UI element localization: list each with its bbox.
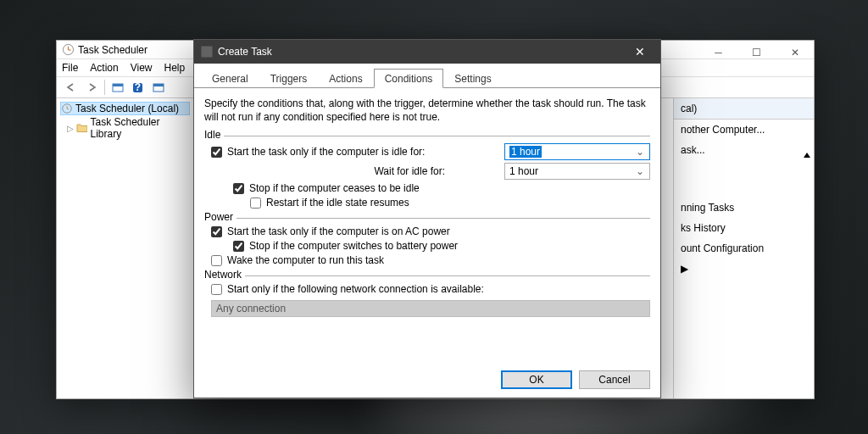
collapse-caret-icon[interactable] <box>804 153 810 158</box>
checkbox-network[interactable] <box>211 284 222 295</box>
combo-idle-duration[interactable]: 1 hour⌄ <box>504 143 650 160</box>
forward-icon[interactable] <box>82 79 101 96</box>
minimize-button[interactable]: ─ <box>699 41 737 64</box>
checkbox-idle-start[interactable] <box>211 147 222 158</box>
label-wait-idle: Wait for idle for: <box>374 165 445 177</box>
section-idle-label: Idle <box>204 129 224 141</box>
action-item[interactable]: ks History <box>674 218 814 238</box>
menu-view[interactable]: View <box>131 62 153 74</box>
svg-rect-2 <box>113 84 123 86</box>
combo-network-connection: Any connection <box>211 300 650 317</box>
tree-panel: Task Scheduler (Local) ▷ Task Scheduler … <box>57 98 194 398</box>
svg-rect-8 <box>202 47 212 57</box>
cancel-button[interactable]: Cancel <box>579 370 650 389</box>
dialog-body: Specify the conditions that, along with … <box>194 88 660 326</box>
menu-help[interactable]: Help <box>164 62 186 74</box>
tree-root[interactable]: Task Scheduler (Local) <box>60 102 190 115</box>
folder-icon <box>76 123 87 133</box>
toolbar-icon-2[interactable] <box>149 79 168 96</box>
tab-actions[interactable]: Actions <box>318 69 373 88</box>
action-item[interactable]: nother Computer... <box>674 120 814 140</box>
actions-panel: cal) nother Computer... ask... nning Tas… <box>673 98 814 398</box>
description-text: Specify the conditions that, along with … <box>204 97 650 124</box>
checkbox-on-ac[interactable] <box>211 226 222 237</box>
checkbox-restart-resumes[interactable] <box>250 198 261 209</box>
back-icon[interactable] <box>62 79 81 96</box>
dialog-close-button[interactable]: ✕ <box>626 45 654 58</box>
menu-file[interactable]: File <box>62 62 78 74</box>
actions-header: cal) <box>674 98 814 120</box>
action-item[interactable]: ount Configuration <box>674 238 814 259</box>
tab-settings[interactable]: Settings <box>443 69 502 88</box>
tree-root-label: Task Scheduler (Local) <box>75 103 179 114</box>
tab-conditions[interactable]: Conditions <box>374 69 444 88</box>
chevron-right-icon: ▶ <box>681 263 688 275</box>
label-stop-battery: Stop if the computer switches to battery… <box>249 240 458 252</box>
label-on-ac: Start the task only if the computer is o… <box>227 225 450 237</box>
label-idle-start: Start the task only if the computer is i… <box>227 146 425 158</box>
action-item-more[interactable]: ▶ <box>674 259 814 279</box>
section-network-label: Network <box>204 269 245 281</box>
clock-icon <box>61 103 73 114</box>
chevron-down-icon: ⌄ <box>636 146 644 158</box>
combo-wait-duration[interactable]: 1 hour⌄ <box>504 163 650 180</box>
label-wake: Wake the computer to run this task <box>227 254 384 266</box>
tree-child-label: Task Scheduler Library <box>90 116 190 140</box>
maximize-button[interactable]: ☐ <box>737 41 776 64</box>
tree-child[interactable]: ▷ Task Scheduler Library <box>67 115 190 141</box>
label-stop-ceases: Stop if the computer ceases to be idle <box>249 182 420 194</box>
toolbar-icon-1[interactable] <box>108 79 127 96</box>
app-icon <box>201 46 213 58</box>
checkbox-stop-battery[interactable] <box>233 241 244 252</box>
menu-action[interactable]: Action <box>90 62 118 74</box>
help-icon[interactable]: ? <box>129 79 147 96</box>
tab-triggers[interactable]: Triggers <box>259 69 319 88</box>
action-item[interactable]: ask... <box>674 140 814 160</box>
clock-icon <box>62 43 75 56</box>
dialog-titlebar[interactable]: Create Task ✕ <box>194 40 660 64</box>
window-controls: ─ ☐ ✕ <box>699 41 814 64</box>
checkbox-wake[interactable] <box>211 255 222 266</box>
action-item[interactable]: nning Tasks <box>674 198 814 218</box>
svg-text:?: ? <box>135 81 141 93</box>
label-network: Start only if the following network conn… <box>227 283 484 295</box>
close-button[interactable]: ✕ <box>776 41 814 64</box>
checkbox-stop-ceases[interactable] <box>233 183 244 194</box>
label-restart-resumes: Restart if the idle state resumes <box>266 197 409 209</box>
create-task-dialog: Create Task ✕ General Triggers Actions C… <box>193 39 661 398</box>
tab-general[interactable]: General <box>201 69 259 88</box>
svg-rect-6 <box>153 84 164 86</box>
section-power-label: Power <box>204 211 236 223</box>
chevron-down-icon: ⌄ <box>636 165 644 177</box>
tab-strip: General Triggers Actions Conditions Sett… <box>194 67 660 88</box>
ok-button[interactable]: OK <box>501 370 572 389</box>
window-title: Task Scheduler <box>78 44 147 56</box>
expand-icon[interactable]: ▷ <box>67 124 74 133</box>
dialog-title: Create Task <box>218 46 272 58</box>
